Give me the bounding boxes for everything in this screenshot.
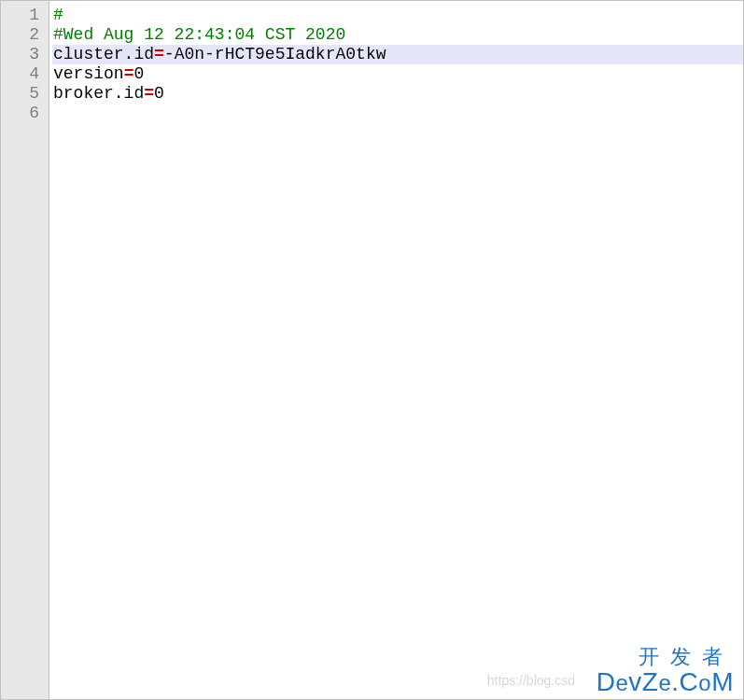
- code-content-area[interactable]: # #Wed Aug 12 22:43:04 CST 2020 cluster.…: [49, 1, 743, 699]
- equals-sign: =: [154, 45, 164, 63]
- property-key: version: [53, 64, 124, 83]
- code-line-1[interactable]: #: [52, 6, 743, 25]
- property-key: broker.id: [53, 84, 144, 103]
- code-line-4[interactable]: version=0: [52, 64, 743, 84]
- code-line-2[interactable]: #Wed Aug 12 22:43:04 CST 2020: [52, 25, 743, 45]
- comment-text: #Wed Aug 12 22:43:04 CST 2020: [53, 25, 345, 44]
- code-line-6-empty[interactable]: [52, 104, 743, 123]
- property-value: 0: [133, 64, 144, 83]
- property-value: -A0n-rHCT9e5IadkrA0tkw: [164, 45, 386, 63]
- line-number: 4: [1, 64, 39, 84]
- line-number-gutter: 1 2 3 4 5 6: [1, 1, 49, 699]
- code-editor[interactable]: 1 2 3 4 5 6 # #Wed Aug 12 22:43:04 CST 2…: [0, 0, 744, 700]
- line-number: 6: [1, 104, 39, 123]
- equals-sign: =: [144, 84, 154, 103]
- property-key: cluster.id: [53, 45, 154, 63]
- watermark-chinese: 开发者: [597, 646, 734, 668]
- watermark-english: DevZe.CoM: [597, 668, 734, 697]
- code-line-3-active[interactable]: cluster.id=-A0n-rHCT9e5IadkrA0tkw: [52, 45, 743, 64]
- line-number: 5: [1, 84, 39, 104]
- line-number: 2: [1, 25, 39, 45]
- property-value: 0: [154, 84, 164, 103]
- equals-sign: =: [124, 64, 134, 83]
- comment-text: #: [53, 6, 63, 24]
- line-number: 1: [1, 6, 39, 25]
- line-number: 3: [1, 45, 39, 64]
- watermark-faint-text: https://blog.csd: [487, 673, 575, 688]
- watermark-logo: 开发者 DevZe.CoM: [597, 646, 734, 697]
- code-line-5[interactable]: broker.id=0: [52, 84, 743, 104]
